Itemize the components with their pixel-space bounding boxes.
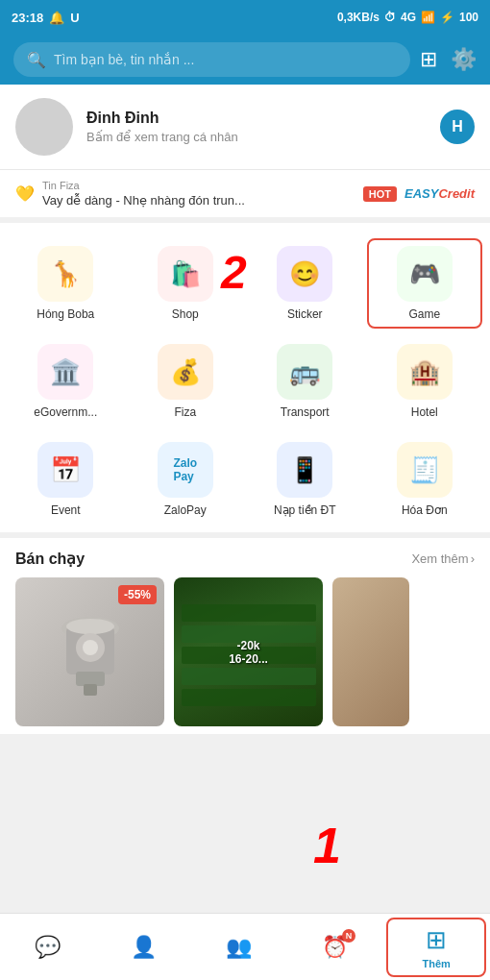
- product-card-veg[interactable]: -20k 16-20...: [174, 577, 323, 726]
- ban-chay-section: Bán chạy Xem thêm › -55%: [0, 538, 490, 734]
- xem-them-text: Xem thêm: [411, 551, 468, 566]
- step-1-label: 1: [313, 817, 341, 874]
- egovern-icon: 🏛️: [37, 344, 93, 400]
- status-time: 23:18: [12, 11, 43, 25]
- profile-subtitle: Bấm để xem trang cá nhân: [86, 130, 427, 144]
- price-line2: 16-20...: [229, 652, 268, 666]
- app-item-game[interactable]: 🎮 Game: [367, 238, 483, 329]
- notification-badge-wrap: ⏰ N: [322, 935, 348, 960]
- battery-level: 100: [459, 11, 478, 24]
- chevron-right-icon: ›: [471, 551, 475, 566]
- nav-item-friends[interactable]: 👥: [191, 929, 287, 966]
- signal-icon: 4G: [401, 11, 416, 24]
- svg-rect-4: [84, 684, 97, 696]
- hong-boba-label: Hóng Boba: [37, 307, 94, 321]
- qr-icon[interactable]: ⊞: [420, 47, 437, 72]
- product-card-juice[interactable]: -55%: [15, 577, 164, 726]
- avatar: [15, 98, 73, 156]
- hotel-label: Hotel: [411, 405, 438, 419]
- profile-info: Đinh Đinh Bấm để xem trang cá nhân: [86, 110, 427, 144]
- ban-chay-title: Bán chạy: [15, 550, 85, 568]
- shop-icon: 🛍️: [158, 246, 213, 302]
- search-bar: 🔍 Tìm bạn bè, tin nhắn ... ⊞ ⚙️: [0, 35, 490, 85]
- more-grid-icon: ⊞: [426, 925, 447, 955]
- app-item-naptien[interactable]: 📱 Nạp tiền ĐT: [247, 434, 363, 525]
- naptien-icon: 📱: [277, 442, 332, 498]
- app-grid-section: 🦒 Hóng Boba 🛍️ Shop 😊 Sticker 🎮 Game 🏛️ …: [0, 223, 490, 538]
- zalopay-icon: ZaloPay: [158, 442, 213, 498]
- transport-icon: 🚌: [277, 344, 332, 400]
- sticker-label: Sticker: [287, 307, 323, 321]
- search-icon: 🔍: [27, 51, 46, 69]
- profile-badge[interactable]: H: [440, 110, 475, 144]
- ad-hot-badge: HOT: [363, 186, 397, 202]
- svg-rect-3: [76, 672, 105, 686]
- notification-icon: 🔔: [49, 11, 64, 25]
- ad-coin-icon: 💛: [15, 184, 35, 203]
- ad-label: Tin Fiza: [42, 180, 355, 191]
- app-item-egovern[interactable]: 🏛️ eGovernm...: [8, 336, 124, 427]
- app-item-transport[interactable]: 🚌 Transport: [247, 336, 363, 427]
- app-item-hong-boba[interactable]: 🦒 Hóng Boba: [8, 238, 124, 329]
- egovern-label: eGovernm...: [34, 405, 97, 419]
- app-item-fiza[interactable]: 💰 Fiza: [128, 336, 244, 427]
- juice-machine-svg: [47, 600, 134, 705]
- profile-nav-icon: 👤: [131, 935, 157, 960]
- svg-point-6: [83, 640, 98, 655]
- ad-banner[interactable]: 💛 Tin Fiza Vay dễ dàng - Nhẹ nhàng đón t…: [0, 170, 490, 223]
- app-item-event[interactable]: 📅 Event: [8, 434, 124, 525]
- ad-brand: EASYCredit: [404, 186, 475, 201]
- hoadon-icon: 🧾: [397, 442, 453, 498]
- svg-rect-7: [182, 604, 316, 622]
- discount-badge: -55%: [118, 585, 157, 604]
- network-speed: 0,3KB/s: [337, 11, 380, 24]
- event-label: Event: [51, 503, 81, 517]
- bottom-nav: 💬 👤 👥 ⏰ N ⊞ Thêm: [0, 913, 490, 980]
- battery-icon: ⚡: [440, 11, 454, 24]
- search-input-area[interactable]: 🔍 Tìm bạn bè, tin nhắn ...: [13, 42, 410, 77]
- hong-boba-icon: 🦒: [37, 246, 93, 302]
- chat-icon: 💬: [35, 935, 61, 960]
- nav-item-notifications[interactable]: ⏰ N: [287, 929, 383, 966]
- app-item-sticker[interactable]: 😊 Sticker: [247, 238, 363, 329]
- product-card-partial[interactable]: [332, 577, 409, 726]
- friends-icon: 👥: [226, 935, 252, 960]
- app-grid: 🦒 Hóng Boba 🛍️ Shop 😊 Sticker 🎮 Game 🏛️ …: [8, 238, 482, 525]
- svg-point-2: [66, 619, 114, 634]
- svg-rect-10: [182, 668, 316, 685]
- nav-item-profile[interactable]: 👤: [96, 929, 192, 966]
- search-placeholder: Tìm bạn bè, tin nhắn ...: [54, 52, 194, 67]
- ad-text: Vay dễ dàng - Nhẹ nhàng đón trun...: [42, 193, 355, 208]
- profile-section[interactable]: Đinh Đinh Bấm để xem trang cá nhân H: [0, 85, 490, 170]
- u-icon: U: [70, 11, 79, 25]
- nav-item-messages[interactable]: 💬: [0, 929, 96, 966]
- app-item-shop[interactable]: 🛍️ Shop: [128, 238, 244, 329]
- fiza-label: Fiza: [174, 405, 196, 419]
- app-item-hoadon[interactable]: 🧾 Hóa Đơn: [367, 434, 483, 525]
- status-left: 23:18 🔔 U: [12, 11, 80, 25]
- fiza-icon: 💰: [158, 344, 213, 400]
- profile-name: Đinh Đinh: [86, 110, 427, 127]
- app-item-zalopay[interactable]: ZaloPay ZaloPay: [128, 434, 244, 525]
- search-bar-icons: ⊞ ⚙️: [420, 47, 477, 72]
- nav-item-more[interactable]: ⊞ Thêm: [386, 918, 486, 977]
- product-row: -55% -20k 16-20...: [15, 577, 475, 726]
- game-label: Game: [408, 307, 440, 321]
- ban-chay-header: Bán chạy Xem thêm ›: [15, 550, 475, 568]
- wifi-icon: 📶: [421, 11, 435, 24]
- shop-label: Shop: [172, 307, 199, 321]
- status-right: 0,3KB/s ⏱ 4G 📶 ⚡ 100: [337, 11, 478, 24]
- price-overlay: -20k 16-20...: [229, 639, 268, 666]
- xem-them-link[interactable]: Xem thêm ›: [411, 551, 475, 566]
- app-item-hotel[interactable]: 🏨 Hotel: [367, 336, 483, 427]
- clock-icon: ⏱: [384, 11, 396, 24]
- naptien-label: Nạp tiền ĐT: [274, 503, 336, 517]
- notification-count-badge: N: [342, 929, 355, 943]
- event-icon: 📅: [37, 442, 93, 498]
- price-line1: -20k: [229, 639, 268, 652]
- game-icon: 🎮: [397, 246, 453, 302]
- settings-icon[interactable]: ⚙️: [451, 47, 477, 72]
- sticker-icon: 😊: [277, 246, 332, 302]
- transport-label: Transport: [281, 405, 330, 419]
- hoadon-label: Hóa Đơn: [402, 503, 448, 517]
